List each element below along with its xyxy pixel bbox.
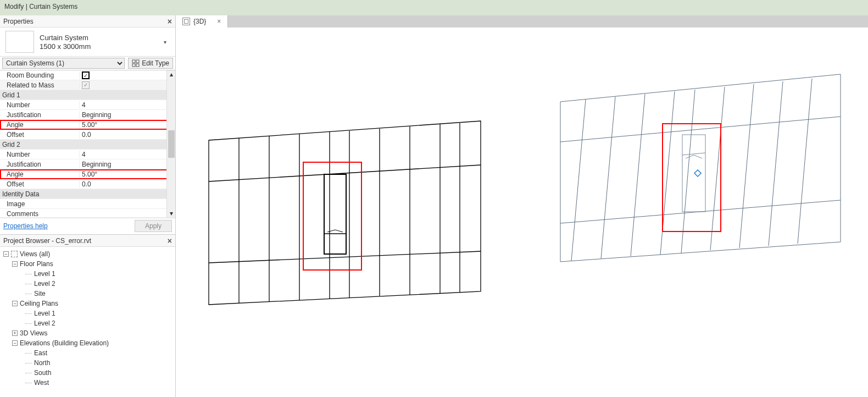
- prop-related-mass: Related to Mass ✓: [0, 80, 175, 90]
- properties-header: Properties ×: [0, 15, 175, 27]
- prop-grid2-justification[interactable]: Justification Beginning: [0, 159, 175, 169]
- group-grid2[interactable]: Grid 2⌃: [0, 140, 175, 150]
- prop-room-bounding[interactable]: Room Bounding ✓: [0, 70, 175, 80]
- prop-image[interactable]: Image: [0, 199, 175, 209]
- tree-cp-level1[interactable]: Level 1: [3, 308, 172, 318]
- svg-line-23: [681, 90, 695, 253]
- collapse-icon[interactable]: −: [3, 251, 9, 257]
- scroll-thumb[interactable]: [168, 130, 175, 158]
- room-bounding-checkbox[interactable]: ✓: [82, 71, 90, 79]
- type-selector[interactable]: Curtain System 1500 x 3000mm ▾: [0, 27, 175, 56]
- prop-grid1-justification[interactable]: Justification Beginning: [0, 110, 175, 120]
- title-bar-text: Modify | Curtain Systems: [4, 3, 77, 10]
- tree-elev-north[interactable]: North: [3, 358, 172, 368]
- tree-views-root[interactable]: − Views (all): [3, 249, 172, 259]
- prop-grid1-offset[interactable]: Offset 0.0: [0, 130, 175, 140]
- close-icon[interactable]: ×: [168, 17, 172, 26]
- close-icon[interactable]: ×: [168, 236, 172, 245]
- tree-fp-level2[interactable]: Level 2: [3, 279, 172, 289]
- close-icon[interactable]: ×: [217, 18, 221, 25]
- group-grid1[interactable]: Grid 1⌃: [0, 90, 175, 100]
- svg-rect-1: [136, 60, 139, 63]
- collapse-icon[interactable]: −: [12, 261, 18, 267]
- edit-type-button[interactable]: Edit Type: [128, 58, 173, 69]
- tree-3d-views[interactable]: + 3D Views: [3, 328, 172, 338]
- properties-scrollbar[interactable]: ▴ ▾: [166, 70, 175, 217]
- project-browser-panel: Project Browser - CS_error.rvt × − Views…: [0, 235, 175, 397]
- properties-help-link[interactable]: Properties help: [3, 222, 48, 230]
- tab-label: {3D}: [193, 18, 206, 25]
- svg-line-24: [710, 87, 725, 250]
- tree-floor-plans[interactable]: − Floor Plans: [3, 259, 172, 269]
- related-mass-checkbox: ✓: [82, 81, 90, 89]
- svg-line-27: [798, 79, 812, 244]
- svg-line-26: [769, 81, 783, 246]
- group-identity[interactable]: Identity Data⌃: [0, 189, 175, 199]
- prop-grid1-angle[interactable]: Angle 5.00°: [0, 120, 175, 130]
- type-thumbnail: [5, 31, 34, 53]
- chevron-down-icon[interactable]: ▾: [164, 39, 170, 45]
- viewport-svg: [176, 27, 868, 397]
- apply-button[interactable]: Apply: [135, 220, 172, 232]
- views-icon: [11, 251, 18, 257]
- tree-fp-site[interactable]: Site: [3, 289, 172, 299]
- svg-rect-16: [324, 174, 346, 254]
- project-browser-header: Project Browser - CS_error.rvt ×: [0, 235, 175, 247]
- prop-grid2-angle[interactable]: Angle 5.00°: [0, 169, 175, 179]
- svg-rect-2: [132, 64, 135, 67]
- prop-grid2-number[interactable]: Number 4: [0, 150, 175, 159]
- properties-title: Properties: [3, 18, 34, 25]
- tree-elev-south[interactable]: South: [3, 368, 172, 378]
- tree-fp-level1[interactable]: Level 1: [3, 269, 172, 279]
- tree-elev-east[interactable]: East: [3, 348, 172, 358]
- title-bar: Modify | Curtain Systems: [0, 0, 868, 15]
- edit-type-label: Edit Type: [142, 59, 169, 67]
- collapse-icon[interactable]: −: [12, 301, 18, 306]
- cube-icon: [182, 18, 190, 25]
- viewport-3d[interactable]: [176, 27, 868, 397]
- view-tab-3d[interactable]: {3D} ×: [176, 15, 228, 27]
- svg-line-31: [682, 153, 705, 155]
- expand-icon[interactable]: +: [12, 330, 18, 336]
- type-name: 1500 x 3000mm: [40, 42, 158, 51]
- svg-line-20: [601, 97, 615, 258]
- edit-type-icon: [132, 59, 140, 67]
- view-tab-strip: {3D} ×: [176, 15, 868, 27]
- svg-line-28: [560, 117, 841, 142]
- tree-elevations[interactable]: − Elevations (Building Elevation): [3, 338, 172, 348]
- instance-filter-select[interactable]: Curtain Systems (1): [2, 58, 125, 69]
- prop-grid1-number[interactable]: Number 4: [0, 100, 175, 110]
- tree-elev-west[interactable]: West: [3, 378, 172, 388]
- svg-rect-3: [136, 64, 139, 67]
- project-browser-title: Project Browser - CS_error.rvt: [3, 237, 91, 245]
- selection-marker-icon: [694, 170, 701, 177]
- tree-cp-level2[interactable]: Level 2: [3, 318, 172, 328]
- svg-marker-32: [694, 170, 701, 177]
- collapse-icon[interactable]: −: [12, 340, 18, 346]
- properties-panel: Properties × Curtain System 1500 x 3000m…: [0, 15, 175, 235]
- svg-line-25: [739, 84, 754, 248]
- project-browser-tree[interactable]: − Views (all) − Floor Plans Level 1 Leve…: [0, 247, 175, 397]
- scroll-down-icon[interactable]: ▾: [170, 209, 173, 217]
- tree-ceiling-plans[interactable]: − Ceiling Plans: [3, 299, 172, 308]
- prop-comments[interactable]: Comments: [0, 209, 175, 219]
- svg-line-19: [571, 100, 586, 261]
- type-family: Curtain System: [40, 34, 158, 42]
- prop-grid2-offset[interactable]: Offset 0.0: [0, 179, 175, 189]
- svg-line-21: [631, 94, 645, 256]
- scroll-up-icon[interactable]: ▴: [170, 70, 173, 78]
- svg-rect-0: [132, 60, 135, 63]
- highlight-box-right: [663, 124, 721, 231]
